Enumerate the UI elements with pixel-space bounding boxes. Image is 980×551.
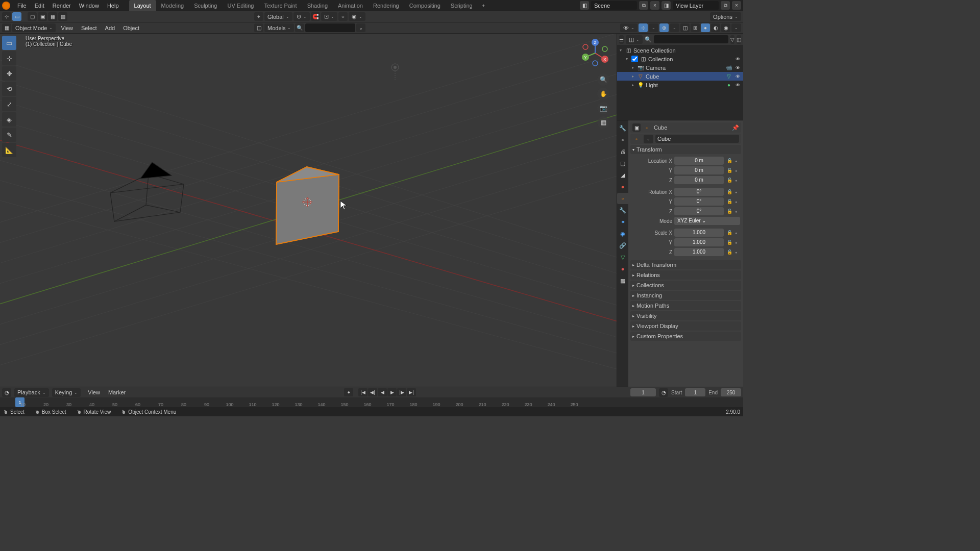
prop-tab-constraint[interactable]: 🔗 bbox=[617, 240, 628, 251]
playback-dropdown[interactable]: Playback bbox=[14, 388, 49, 397]
outliner-search-input[interactable] bbox=[654, 35, 728, 43]
outliner-type-icon[interactable]: ☰ bbox=[619, 35, 624, 44]
prop-tab-viewlayer[interactable]: ▢ bbox=[617, 158, 628, 169]
outliner-mode-dropdown[interactable]: ◫ bbox=[626, 35, 643, 44]
search-hdr-icon[interactable]: 🔍 bbox=[295, 23, 304, 32]
snap-dropdown[interactable]: ⊡ bbox=[321, 12, 337, 21]
perspective-nav-icon[interactable]: ▦ bbox=[597, 116, 609, 129]
panel-relations[interactable]: Relations bbox=[630, 270, 741, 280]
menu-edit[interactable]: Edit bbox=[31, 0, 48, 11]
editor-type-prop-icon[interactable]: ▣ bbox=[632, 123, 641, 132]
viewlayer-name-input[interactable] bbox=[673, 1, 719, 10]
panel-instancing[interactable]: Instancing bbox=[630, 291, 741, 300]
scale-tool[interactable]: ⤢ bbox=[2, 97, 16, 111]
location-y-field[interactable]: 0 m bbox=[674, 166, 724, 174]
new-scene-button[interactable]: ⧉ bbox=[639, 1, 648, 10]
menu-render[interactable]: Render bbox=[48, 0, 75, 11]
new-viewlayer-button[interactable]: ⧉ bbox=[721, 1, 730, 10]
panel-visibility[interactable]: Visibility bbox=[630, 311, 741, 320]
vp-menu-view[interactable]: View bbox=[57, 22, 77, 34]
add-workspace-button[interactable]: + bbox=[478, 3, 489, 9]
tab-scripting[interactable]: Scripting bbox=[446, 0, 478, 11]
hide-icon[interactable]: 👁 bbox=[734, 74, 741, 79]
prop-tab-render[interactable]: ▫ bbox=[617, 134, 628, 145]
menu-help[interactable]: Help bbox=[103, 0, 123, 11]
prop-tab-texture[interactable]: ▩ bbox=[617, 275, 628, 286]
prev-key-icon[interactable]: ◀| bbox=[368, 388, 377, 396]
jump-start-icon[interactable]: |◀ bbox=[358, 388, 368, 396]
pin-icon[interactable]: 📌 bbox=[732, 124, 739, 131]
keying-dropdown[interactable]: Keying bbox=[52, 388, 81, 397]
scene-collection-row[interactable]: ▾ ◫ Scene Collection bbox=[617, 46, 743, 55]
measure-tool[interactable]: 📐 bbox=[2, 143, 16, 157]
lock-icon[interactable]: 🔓 bbox=[726, 209, 733, 214]
scale-x-field[interactable]: 1.000 bbox=[674, 229, 724, 237]
select-mode-3-icon[interactable]: ▦ bbox=[48, 12, 57, 21]
object-name-input[interactable] bbox=[655, 135, 739, 143]
tab-shading[interactable]: Shading bbox=[302, 0, 333, 11]
shading-wireframe-icon[interactable]: ⊞ bbox=[691, 23, 700, 32]
transform-tool[interactable]: ◈ bbox=[2, 112, 16, 127]
nav-gizmo[interactable]: X Y Z bbox=[580, 38, 610, 68]
xray-icon[interactable]: ◫ bbox=[680, 23, 690, 32]
menu-file[interactable]: File bbox=[13, 0, 31, 11]
location-x-field[interactable]: 0 m bbox=[674, 157, 724, 165]
lock-icon[interactable]: 🔓 bbox=[726, 189, 733, 194]
outliner-new-icon[interactable]: ◫ bbox=[737, 35, 741, 44]
prop-tab-scene[interactable]: ◢ bbox=[617, 169, 628, 181]
tab-rendering[interactable]: Rendering bbox=[368, 0, 404, 11]
lock-icon[interactable]: 🔓 bbox=[726, 199, 733, 204]
start-frame-field[interactable]: 1 bbox=[685, 388, 705, 396]
pan-nav-icon[interactable]: ✋ bbox=[597, 88, 609, 100]
rotation-y-field[interactable]: 0° bbox=[674, 197, 724, 206]
zoom-nav-icon[interactable]: 🔍 bbox=[597, 73, 609, 86]
proportional-icon[interactable]: ○ bbox=[338, 12, 348, 21]
play-reverse-icon[interactable]: ◀ bbox=[378, 388, 387, 396]
move-tool[interactable]: ✥ bbox=[2, 66, 16, 81]
snap-icon[interactable]: 🧲 bbox=[311, 12, 320, 21]
rotation-x-field[interactable]: 0° bbox=[674, 188, 724, 196]
camera-nav-icon[interactable]: 📷 bbox=[597, 102, 609, 114]
outliner-item-camera[interactable]: ▸📷Camera📹👁 bbox=[617, 63, 743, 72]
panel-custom-properties[interactable]: Custom Properties bbox=[630, 332, 741, 341]
rotate-tool[interactable]: ⟲ bbox=[2, 82, 16, 96]
outliner-item-cube[interactable]: ▸▽Cube▽👁 bbox=[617, 72, 743, 81]
3d-viewport[interactable]: ▭ ⊹ ✥ ⟲ ⤢ ◈ ✎ 📐 User Perspective (1) Col… bbox=[0, 34, 617, 387]
prop-tab-tool[interactable]: 🔧 bbox=[617, 122, 628, 134]
prop-tab-object[interactable]: ▫ bbox=[617, 193, 628, 204]
panel-viewport-display[interactable]: Viewport Display bbox=[630, 321, 741, 331]
scale-z-field[interactable]: 1.000 bbox=[674, 248, 724, 256]
select-mode-4-icon[interactable]: ▩ bbox=[58, 12, 67, 21]
filter-hdr-icon[interactable]: ⌄ bbox=[356, 23, 365, 32]
vp-menu-add[interactable]: Add bbox=[101, 22, 119, 34]
prop-tab-mesh[interactable]: ▽ bbox=[617, 252, 628, 263]
options-dropdown[interactable]: Options bbox=[710, 12, 741, 21]
end-frame-field[interactable]: 250 bbox=[721, 388, 741, 396]
prop-tab-material[interactable]: ● bbox=[617, 263, 628, 274]
viewlayer-browse-icon[interactable]: ◨ bbox=[662, 1, 671, 10]
rotation-z-field[interactable]: 0° bbox=[674, 207, 724, 215]
proportional-dropdown[interactable]: ◉ bbox=[349, 12, 365, 21]
overlay-toggle-icon[interactable]: ⊕ bbox=[659, 23, 669, 32]
collection-dropdown[interactable]: Models bbox=[264, 23, 294, 32]
tab-texture-paint[interactable]: Texture Paint bbox=[259, 0, 302, 11]
select-tool-icon[interactable]: ▭ bbox=[12, 12, 21, 21]
lock-icon[interactable]: 🔓 bbox=[726, 240, 733, 245]
shading-solid-icon[interactable]: ● bbox=[701, 23, 710, 32]
hide-icon[interactable]: 👁 bbox=[734, 65, 741, 70]
annotate-tool[interactable]: ✎ bbox=[2, 128, 16, 142]
editor-type-icon[interactable]: ▦ bbox=[2, 23, 11, 32]
header-search-input[interactable] bbox=[305, 23, 355, 32]
collection-row[interactable]: ▾ ◫ Collection 👁 bbox=[617, 55, 743, 63]
panel-motion-paths[interactable]: Motion Paths bbox=[630, 301, 741, 310]
shading-rendered-icon[interactable]: ◉ bbox=[721, 23, 730, 32]
auto-key-icon[interactable]: ● bbox=[344, 388, 353, 396]
outliner-filter-icon[interactable]: ▽ bbox=[730, 35, 734, 44]
outliner-item-light[interactable]: ▸💡Light●👁 bbox=[617, 81, 743, 89]
prop-tab-output[interactable]: 🖨 bbox=[617, 146, 628, 157]
visibility-dropdown[interactable]: 👁 bbox=[620, 23, 638, 32]
delete-viewlayer-button[interactable]: × bbox=[732, 1, 741, 10]
current-frame-field[interactable]: 1 bbox=[630, 388, 656, 396]
timeline-type-icon[interactable]: ◔ bbox=[2, 388, 11, 397]
lock-icon[interactable]: 🔓 bbox=[726, 168, 733, 173]
